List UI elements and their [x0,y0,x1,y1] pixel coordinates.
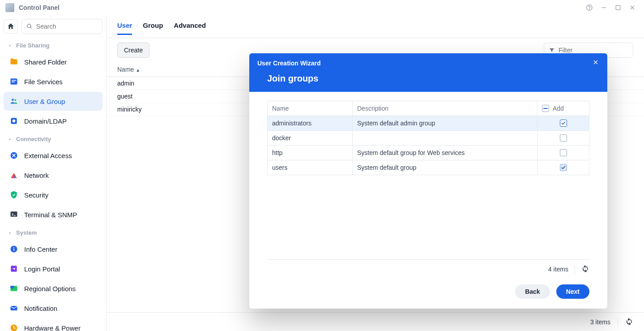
folder-icon [9,57,19,67]
sidebar-item-network[interactable]: Network [4,166,102,185]
modal-close-button[interactable] [592,59,599,67]
login-portal-icon [9,264,19,274]
svg-point-6 [14,99,16,101]
sidebar-item-label: External Access [24,152,72,159]
group-checkbox[interactable] [560,164,567,171]
sidebar-item-hardware-power[interactable]: Hardware & Power [4,318,102,331]
svg-rect-17 [11,286,14,288]
close-icon[interactable] [626,1,639,14]
sidebar-item-label: Regional Options [24,285,76,292]
group-row[interactable]: administratorsSystem default admin group [268,116,589,131]
sidebar-item-label: Hardware & Power [24,324,81,331]
tabs: User Group Advanced [107,15,644,38]
user-creation-wizard-modal: User Creation Wizard Join groups Name De… [249,53,607,309]
create-button[interactable]: Create [117,43,149,58]
table-footer: 3 items [107,312,644,331]
col-add[interactable]: Add [537,101,589,116]
sidebar-item-info-center[interactable]: Info Center [4,240,102,258]
group-name: users [268,160,353,175]
sidebar-item-label: User & Group [24,98,65,105]
sidebar-item-user-group[interactable]: User & Group [4,92,102,111]
svg-rect-4 [12,82,15,82]
svg-point-14 [13,247,14,248]
info-icon [9,244,19,254]
group-checkbox[interactable] [560,149,567,156]
group-add-cell [537,131,589,145]
svg-rect-0 [601,7,606,8]
groups-refresh-button[interactable] [581,264,589,274]
group-name: http [268,146,353,160]
groups-footer: 4 items [267,259,589,278]
search-icon [26,23,33,30]
section-system[interactable]: System [4,225,102,239]
chevron-up-icon [7,230,13,236]
sidebar-item-label: Notification [24,305,57,312]
tab-user[interactable]: User [117,21,132,35]
home-button[interactable] [4,19,18,34]
group-checkbox[interactable] [560,120,567,127]
section-label: Connectivity [16,136,51,142]
item-count: 3 items [590,318,610,326]
regional-icon [9,284,19,293]
group-checkbox[interactable] [560,134,567,142]
sidebar-item-label: Network [24,172,49,179]
sidebar-item-file-services[interactable]: File Services [4,72,102,91]
filter-field[interactable] [559,47,628,54]
group-description: System default group [353,160,537,175]
sidebar-item-external-access[interactable]: External Access [4,146,102,165]
section-connectivity[interactable]: Connectivity [4,131,102,145]
sidebar: File Sharing Shared Folder File Services… [0,15,107,331]
tab-group[interactable]: Group [143,21,163,35]
group-description: System default admin group [353,116,537,130]
sidebar-item-label: Info Center [24,245,57,253]
group-row[interactable]: usersSystem default group [268,160,589,175]
file-services-icon [9,77,19,86]
select-all-checkbox[interactable] [542,105,549,112]
svg-rect-3 [12,80,16,81]
sort-asc-icon: ▲ [136,68,140,73]
filter-icon [549,47,555,54]
sidebar-item-security[interactable]: Security [4,185,102,204]
group-name: docker [268,131,353,145]
sidebar-item-label: Domain/LDAP [24,117,67,125]
sidebar-item-terminal-snmp[interactable]: Terminal & SNMP [4,205,102,224]
group-add-cell [537,146,589,160]
chevron-up-icon [7,137,13,142]
maximize-icon[interactable] [612,1,624,14]
refresh-button[interactable] [625,317,633,327]
svg-rect-18 [11,306,17,310]
col-description[interactable]: Description [353,101,537,116]
search-input[interactable] [21,19,102,34]
section-file-sharing[interactable]: File Sharing [4,38,102,52]
domain-icon [9,116,19,126]
main-area: User Group Advanced Create Name▲ Status … [107,15,644,331]
search-field[interactable] [36,23,98,30]
sidebar-item-shared-folder[interactable]: Shared Folder [4,52,102,71]
tab-advanced[interactable]: Advanced [174,21,206,35]
section-label: System [16,229,37,236]
sidebar-item-notification[interactable]: Notification [4,299,102,318]
sidebar-item-label: File Services [24,78,63,86]
minimize-icon[interactable] [597,1,610,14]
next-button[interactable]: Next [556,284,589,299]
group-add-cell [537,116,589,130]
sidebar-item-login-portal[interactable]: Login Portal [4,259,102,278]
group-name: administrators [268,116,353,130]
group-row[interactable]: httpSystem default group for Web service… [268,146,589,160]
col-name[interactable]: Name [268,101,353,116]
sidebar-item-label: Terminal & SNMP [24,211,77,219]
sidebar-item-domain-ldap[interactable]: Domain/LDAP [4,112,102,130]
groups-count: 4 items [548,266,568,273]
help-icon[interactable] [583,1,596,14]
svg-rect-1 [616,5,620,9]
svg-rect-11 [11,211,17,217]
group-row[interactable]: docker [268,131,589,146]
external-access-icon [9,150,19,160]
sidebar-item-regional-options[interactable]: Regional Options [4,279,102,298]
back-button[interactable]: Back [515,284,550,299]
svg-rect-10 [13,176,14,178]
modal-title: User Creation Wizard [257,60,320,67]
col-add-label: Add [553,105,564,112]
notification-icon [9,303,19,313]
app-icon [5,3,14,12]
